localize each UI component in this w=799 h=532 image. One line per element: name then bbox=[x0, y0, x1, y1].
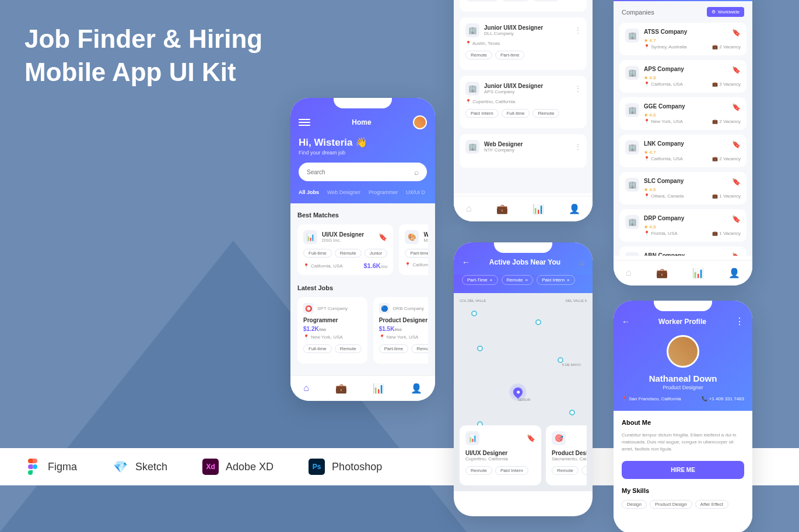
company-item[interactable]: 🏢 GGE Company 🔖 ★ 4.6 📍 New York, USA 💼 … bbox=[619, 97, 747, 130]
chip: Remote bbox=[335, 344, 362, 353]
job-title: Web Designer bbox=[484, 141, 569, 147]
nav-profile-icon[interactable]: 👤 bbox=[728, 267, 740, 279]
bookmark-icon[interactable]: 🔖 bbox=[732, 29, 741, 37]
company-item[interactable]: 🏢 APS Company 🔖 ★ 4.8 📍 California, USA … bbox=[619, 60, 747, 93]
nav-home-icon[interactable]: ⌂ bbox=[626, 267, 632, 279]
bookmark-icon[interactable]: 🔖 bbox=[379, 233, 387, 241]
rating: ★ 4.7 bbox=[644, 150, 741, 155]
nav-home-icon[interactable]: ⌂ bbox=[303, 383, 309, 394]
skill-chip: Product Design bbox=[650, 500, 692, 509]
hire-me-button[interactable]: HIRE ME bbox=[622, 461, 744, 479]
job-title: Product Designer bbox=[379, 317, 428, 323]
company-logo-icon: 🎨 bbox=[405, 230, 419, 244]
job-card[interactable]: 🔵DRB Company Product Designer $1.5K/mo 📍… bbox=[373, 297, 428, 364]
nav-stats-icon[interactable]: 📊 bbox=[373, 383, 384, 394]
search-box[interactable]: ⌕ bbox=[299, 163, 427, 181]
rating: ★ 4.8 bbox=[644, 75, 741, 80]
chip: Remote bbox=[411, 344, 428, 353]
companies-label: Companies bbox=[622, 9, 654, 16]
map-marker-icon[interactable] bbox=[477, 346, 483, 351]
map-marker-icon[interactable] bbox=[471, 311, 477, 316]
bookmark-icon[interactable]: 🔖 bbox=[732, 66, 741, 74]
profile-role: Product Designer bbox=[622, 385, 744, 390]
profile-avatar[interactable] bbox=[667, 335, 699, 368]
company-logo-icon: 📊 bbox=[465, 431, 479, 445]
nav-stats-icon[interactable]: 📊 bbox=[692, 267, 704, 279]
map-view[interactable]: COL DEL VALLE DEL VALLE II 5 DE MAYO SEÑ… bbox=[454, 293, 593, 491]
tab-web-designer[interactable]: Web Designer bbox=[327, 189, 360, 195]
chip: Paid bbox=[581, 466, 587, 475]
companies-subheader: Companies ⚙ Worldwide bbox=[614, 1, 752, 23]
phone-home-screen: Home Hi, Wisteria 👋 Find your dream job … bbox=[290, 98, 435, 401]
tab-programmer[interactable]: Programmer bbox=[369, 189, 398, 195]
bookmark-icon[interactable]: 🔖 bbox=[527, 434, 535, 442]
tab-uxui[interactable]: UX/UI D bbox=[406, 189, 425, 195]
back-icon[interactable]: ← bbox=[462, 258, 470, 267]
filter-chip[interactable]: Paid Intern × bbox=[537, 275, 574, 285]
location-text: 📍 New York, USA bbox=[379, 334, 428, 340]
job-item[interactable]: 🏢 Junior UI/IX Designer APS Company ⋮ 📍 … bbox=[460, 76, 587, 128]
job-card[interactable]: 🎨WebMRK I Part-time 📍 California, bbox=[399, 224, 428, 275]
job-item[interactable]: 🏢 Product Designer GGL Company ⋮ 📍 Alban… bbox=[460, 0, 587, 12]
chip: Remote bbox=[532, 0, 559, 1]
bookmark-icon[interactable]: 🔖 bbox=[732, 252, 741, 256]
job-card[interactable]: 📊 UI/UX DesignerDSG Inc. 🔖 Full-timeRemo… bbox=[297, 224, 393, 275]
search-icon[interactable]: ⌕ bbox=[580, 258, 584, 267]
latest-jobs-row: ⭕SPT Company Programmer $1.2K/mo 📍 New Y… bbox=[297, 297, 428, 364]
skills-title: My Skills bbox=[622, 487, 744, 494]
nav-jobs-icon[interactable]: 💼 bbox=[656, 267, 668, 279]
chip: Paid Intern bbox=[495, 466, 528, 475]
bookmark-icon[interactable]: 🔖 bbox=[732, 140, 741, 149]
profile-about: About Me Curabitur tempor dictum fringil… bbox=[614, 411, 752, 522]
company-logo-icon: ⭕ bbox=[303, 303, 314, 313]
user-avatar[interactable] bbox=[413, 115, 427, 129]
more-icon[interactable]: ⋮ bbox=[574, 26, 581, 35]
nav-jobs-icon[interactable]: 💼 bbox=[496, 203, 508, 214]
search-icon[interactable]: ⌕ bbox=[414, 167, 419, 177]
job-item[interactable]: 🏢 Junior UI/IX Designer DLL Company ⋮ 📍 … bbox=[460, 17, 587, 70]
more-icon[interactable]: ⋮ bbox=[735, 316, 744, 327]
location-text: 📍 California, bbox=[405, 262, 428, 267]
nav-jobs-icon[interactable]: 💼 bbox=[335, 383, 347, 394]
company-item[interactable]: 🏢 LNK Company 🔖 ★ 4.7 📍 California, USA … bbox=[619, 135, 747, 167]
map-marker-icon[interactable] bbox=[535, 319, 541, 325]
bookmark-icon[interactable]: 🔖 bbox=[732, 215, 741, 223]
phone-notch bbox=[494, 242, 552, 253]
map-label: DEL VALLE II bbox=[566, 299, 587, 302]
company-logo-icon: 🏢 bbox=[625, 178, 639, 192]
more-icon[interactable]: ⋮ bbox=[574, 84, 581, 93]
job-card[interactable]: 🎯 Product Designe Sacramento, Califor Re… bbox=[546, 425, 587, 485]
company-item[interactable]: 🏢 ABN Company 🔖 📍 💼 bbox=[619, 246, 747, 256]
company-item[interactable]: 🏢 SLC Company 🔖 ★ 4.6 📍 Ottava, Canada 💼… bbox=[619, 172, 747, 205]
back-icon[interactable]: ← bbox=[622, 317, 630, 326]
company-item[interactable]: 🏢 DRP Company 🔖 ★ 4.8 📍 Florida, USA 💼 1… bbox=[619, 209, 747, 242]
vacancy-count: 💼 1 Vacancy bbox=[712, 193, 741, 199]
nav-profile-icon[interactable]: 👤 bbox=[569, 203, 580, 214]
more-icon[interactable]: ⋮ bbox=[574, 142, 581, 152]
map-marker-icon[interactable] bbox=[558, 357, 563, 363]
company-item[interactable]: 🏢 ATSS Company 🔖 ★ 4.7 📍 Sydney, Austral… bbox=[619, 23, 747, 55]
search-input[interactable] bbox=[307, 169, 414, 175]
company-name: GGE Company bbox=[644, 103, 685, 111]
job-item[interactable]: 🏢 Web Designer NTF Company ⋮ bbox=[460, 134, 587, 168]
map-marker-icon[interactable] bbox=[569, 410, 575, 415]
home-header: Home Hi, Wisteria 👋 Find your dream job … bbox=[290, 98, 435, 203]
chip: Full-time bbox=[502, 109, 530, 118]
filter-chip[interactable]: Remote × bbox=[502, 275, 534, 285]
company-name: SPT Company bbox=[317, 306, 348, 311]
map-pin-icon[interactable] bbox=[509, 383, 527, 401]
nav-stats-icon[interactable]: 📊 bbox=[532, 203, 544, 214]
menu-icon[interactable] bbox=[299, 119, 310, 126]
tab-all-jobs[interactable]: All Jobs bbox=[299, 189, 319, 195]
company-name: DLL Company bbox=[484, 31, 569, 36]
bookmark-icon[interactable]: 🔖 bbox=[732, 178, 741, 186]
skill-chip: Design bbox=[622, 500, 647, 509]
job-title: Junior UI/IX Designer bbox=[484, 24, 569, 31]
nav-home-icon[interactable]: ⌂ bbox=[466, 203, 472, 214]
filter-chip[interactable]: Part-Time × bbox=[462, 275, 498, 285]
job-card[interactable]: 📊🔖 UI/UX Designer Cupertino, California … bbox=[460, 425, 541, 485]
worldwide-filter-button[interactable]: ⚙ Worldwide bbox=[707, 7, 744, 17]
bookmark-icon[interactable]: 🔖 bbox=[732, 103, 741, 111]
nav-profile-icon[interactable]: 👤 bbox=[411, 383, 422, 394]
job-card[interactable]: ⭕SPT Company Programmer $1.2K/mo 📍 New Y… bbox=[297, 297, 367, 364]
